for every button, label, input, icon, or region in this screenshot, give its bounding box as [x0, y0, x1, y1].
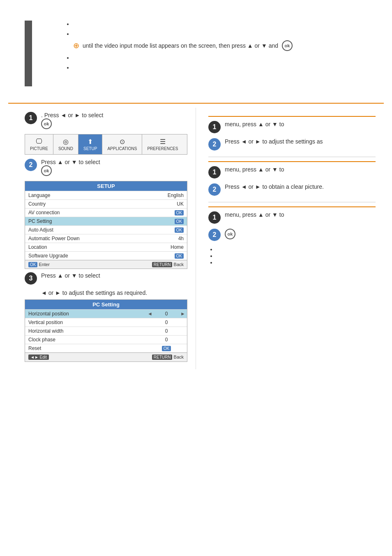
step-3-adjust-text: ◄ or ► to adjust the settings as require…: [41, 290, 187, 296]
pc-table-header: PC Setting: [25, 300, 187, 309]
bullet-item-2: [73, 30, 293, 37]
setup-label-country: Country: [25, 200, 154, 208]
menu-sound-label: SOUND: [58, 146, 73, 151]
main-divider: [8, 103, 384, 104]
menu-applications[interactable]: ⊙ APPLICATIONS: [102, 134, 142, 154]
right-section-divider-2: [208, 202, 376, 202]
right-reset-step-1-content: menu, press ▲ or ▼ to: [225, 211, 376, 218]
right-reset-step-2-content: ok: [225, 229, 376, 239]
menu-preferences-label: PREFERENCES: [147, 146, 178, 151]
pc-row-reset: Reset OK: [25, 344, 187, 352]
setup-row-country: Country UK: [25, 199, 187, 208]
setup-row-language: Language English: [25, 191, 187, 199]
step-3-circle: 3: [25, 272, 37, 285]
pc-value-reset: OK: [154, 344, 179, 352]
pc-nav-left: ◄: [146, 311, 154, 317]
setup-value-pc: OK: [154, 217, 187, 225]
picture-icon: 🖵: [35, 138, 44, 145]
bullet-item-3: ⊕ until the video input mode list appear…: [73, 40, 293, 51]
menu-preferences[interactable]: ☰ PREFERENCES: [142, 134, 183, 154]
right-reset-step-1-circle: 1: [208, 211, 221, 224]
setup-label-software: Software Upgrade: [25, 252, 154, 260]
right-section-1: 1 menu, press ▲ or ▼ to 2 Press ◄ or ► t…: [208, 116, 376, 151]
top-section: ⊕ until the video input mode list appear…: [8, 8, 384, 99]
setup-row-auto-adjust: Auto Adjust OK: [25, 225, 187, 234]
step-2-circle: 2: [25, 159, 37, 171]
pc-row-horizontal-pos: Horizontal position ◄ 0 ►: [25, 309, 187, 318]
right-auto-step-2-content: Press ◄ or ► to obtain a clear picture.: [225, 183, 376, 190]
pc-value-vertical-pos: 0: [154, 318, 179, 327]
step-2-content: Press ▲ or ▼ to select ok: [41, 159, 187, 176]
pc-value-horizontal-width: 0: [154, 327, 179, 335]
menu-icons-row: 🖵 PICTURE ◎ SOUND ⬆ SETUP ⊙ APPLICATIONS…: [25, 134, 187, 155]
pc-nav-right: ►: [179, 311, 187, 317]
right-section-3: 1 menu, press ▲ or ▼ to 2 ok: [208, 206, 376, 266]
pc-label-horizontal-pos: Horizontal position: [25, 310, 146, 318]
sidebar-bar: [25, 21, 32, 86]
left-column: 1 . Press ◄ or ► to select ok 🖵 PICTURE …: [8, 108, 196, 369]
intro-bullet-list: ⊕ until the video input mode list appear…: [48, 21, 293, 74]
setup-label-power-down: Automatic Power Down: [25, 234, 154, 243]
pc-row-vertical-pos: Vertical position 0: [25, 318, 187, 327]
right-divider-3: [208, 206, 376, 207]
step-3-text: Press ▲ or ▼ to select: [41, 272, 100, 279]
right-section-divider-1: [208, 157, 376, 157]
right-auto-step-1-row: 1 menu, press ▲ or ▼ to: [208, 166, 376, 178]
pc-label-reset: Reset: [25, 344, 146, 352]
right-step-2-content: Press ◄ or ► to adjust the settings as: [225, 138, 376, 145]
menu-setup-label: SETUP: [83, 146, 97, 151]
setup-value-auto-adjust: OK: [154, 226, 187, 234]
setup-label-av: AV connection: [25, 208, 154, 217]
bullet-3-text: until the video input mode list appears …: [83, 42, 278, 49]
setup-value-power-down: 4h: [154, 234, 187, 243]
right-reset-step-2-row: 2 ok: [208, 229, 376, 241]
step-3-content: Press ▲ or ▼ to select: [41, 272, 187, 279]
bullet-item-5: [73, 64, 293, 71]
right-step-2-circle: 2: [208, 138, 221, 151]
preferences-icon: ☰: [158, 138, 167, 145]
setup-row-pc: PC Setting OK: [25, 217, 187, 225]
right-step-1-text: menu, press ▲ or ▼ to: [225, 121, 284, 127]
right-auto-step-1-text: menu, press ▲ or ▼ to: [225, 166, 284, 173]
right-section-2: 1 menu, press ▲ or ▼ to 2 Press ◄ or ► t…: [208, 161, 376, 196]
pc-label-vertical-pos: Vertical position: [25, 318, 146, 327]
pc-footer-return: RETURN Back: [152, 354, 184, 360]
setup-table-header: SETUP: [25, 181, 187, 191]
reset-bullet-1: [217, 246, 376, 253]
pc-row-horizontal-width: Horizontal width 0: [25, 327, 187, 335]
setup-value-country: UK: [154, 200, 187, 208]
right-reset-ok-btn: ok: [225, 229, 235, 239]
setup-value-av: OK: [154, 208, 187, 217]
setup-label-auto-adjust: Auto Adjust: [25, 226, 154, 234]
sound-icon: ◎: [61, 138, 70, 145]
setup-icon: ⬆: [86, 138, 95, 145]
setup-label-location: Location: [25, 243, 154, 251]
right-step-1-content: menu, press ▲ or ▼ to: [225, 121, 376, 127]
pc-value-horizontal-pos: 0: [154, 310, 179, 318]
setup-label-pc: PC Setting: [25, 217, 154, 225]
bullet-item-1: [73, 21, 293, 27]
pc-value-clock-phase: 0: [154, 336, 179, 344]
setup-footer-ok: OK Enter: [28, 262, 50, 267]
menu-picture[interactable]: 🖵 PICTURE: [25, 134, 53, 154]
input-icon: ⊕: [73, 41, 79, 50]
reset-bullets: [208, 246, 376, 266]
applications-icon: ⊙: [118, 138, 127, 145]
right-column: 1 menu, press ▲ or ▼ to 2 Press ◄ or ► t…: [196, 108, 384, 369]
step-2-text: Press ▲ or ▼ to select: [41, 159, 100, 165]
reset-bullet-2: [217, 253, 376, 259]
menu-applications-label: APPLICATIONS: [107, 146, 137, 151]
menu-setup[interactable]: ⬆ SETUP: [78, 134, 102, 154]
menu-picture-label: PICTURE: [30, 146, 48, 151]
step-1-ok: ok: [41, 118, 52, 129]
setup-table-footer: OK Enter RETURN Back: [25, 260, 187, 269]
right-auto-step-2-row: 2 Press ◄ or ► to obtain a clear picture…: [208, 183, 376, 196]
right-step-1-row: 1 menu, press ▲ or ▼ to: [208, 121, 376, 133]
setup-row-location: Location Home: [25, 243, 187, 251]
edit-icon-box: ◄► Edit: [28, 354, 49, 360]
menu-sound[interactable]: ◎ SOUND: [53, 134, 78, 154]
page-container: ⊕ until the video input mode list appear…: [8, 8, 384, 369]
ok-button-top: ok: [282, 40, 293, 51]
step-1-text: . Press ◄ or ► to select: [41, 112, 103, 118]
left-step-2-row: 2 Press ▲ or ▼ to select ok: [25, 159, 187, 176]
